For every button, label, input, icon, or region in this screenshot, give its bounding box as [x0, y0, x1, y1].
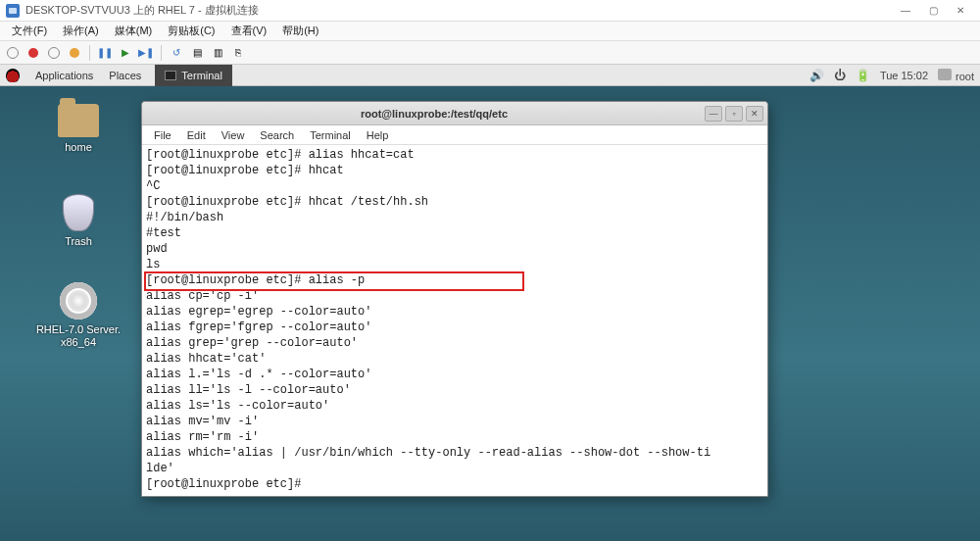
toolbar-ctrl-alt-del-icon[interactable]: [4, 44, 22, 62]
terminal-line: #test: [146, 225, 763, 241]
toolbar-shutdown-icon[interactable]: [45, 44, 63, 62]
terminal-line: lde': [146, 461, 763, 476]
gnome-applications[interactable]: Applications: [27, 70, 101, 81]
terminal-line: [root@linuxprobe etc]#: [146, 476, 763, 492]
terminal-body[interactable]: [root@linuxprobe etc]# alias hhcat=cat […: [142, 145, 767, 496]
trash-icon: [63, 194, 94, 231]
taskbar-terminal-label: Terminal: [181, 70, 222, 81]
terminal-line: alias which='alias | /usr/bin/which --tt…: [146, 445, 763, 461]
battery-icon[interactable]: 🔋: [856, 69, 870, 82]
vm-minimize-button[interactable]: —: [892, 3, 919, 19]
terminal-menu-search[interactable]: Search: [252, 127, 302, 143]
network-icon[interactable]: ⏻: [834, 69, 846, 82]
vm-menubar: 文件(F) 操作(A) 媒体(M) 剪贴板(C) 查看(V) 帮助(H): [0, 22, 980, 41]
terminal-line: pwd: [146, 241, 763, 257]
terminal-menu-file[interactable]: File: [146, 127, 179, 143]
gnome-top-bar: Applications Places Terminal 🔊 ⏻ 🔋 Tue 1…: [0, 65, 980, 86]
desktop[interactable]: home Trash RHEL-7.0 Server. x86_64 root@…: [0, 86, 980, 541]
toolbar-separator: [161, 45, 162, 61]
user-badge-icon: [938, 69, 952, 80]
vm-menu-view[interactable]: 查看(V): [223, 22, 275, 40]
toolbar-start-icon[interactable]: ▶: [117, 44, 134, 62]
terminal-window: root@linuxprobe:/test/qq/etc — ▫ ✕ File …: [141, 101, 768, 497]
terminal-menu-view[interactable]: View: [214, 127, 253, 143]
terminal-line: alias rm='rm -i': [146, 429, 763, 445]
terminal-close-button[interactable]: ✕: [746, 106, 763, 122]
vm-titlebar: DESKTOP-SVTVUU3 上的 RHEL 7 - 虚拟机连接 — ▢ ✕: [0, 0, 980, 22]
terminal-menu-help[interactable]: Help: [359, 127, 397, 143]
terminal-line: alias hhcat='cat': [146, 351, 763, 367]
toolbar-share-icon[interactable]: ⎘: [229, 44, 247, 62]
terminal-icon: [165, 71, 176, 80]
terminal-line: alias l.='ls -d .* --color=auto': [146, 367, 763, 382]
vm-menu-media[interactable]: 媒体(M): [107, 22, 161, 40]
gnome-places[interactable]: Places: [101, 70, 149, 81]
toolbar-checkpoint-icon[interactable]: ▶❚: [137, 44, 155, 62]
vm-menu-file[interactable]: 文件(F): [4, 22, 55, 40]
volume-icon[interactable]: 🔊: [809, 69, 824, 82]
cd-icon: [60, 282, 97, 320]
desktop-icon-home[interactable]: home: [29, 104, 127, 153]
terminal-line: ^C: [146, 178, 763, 194]
user-menu[interactable]: root: [938, 69, 974, 82]
terminal-line: #!/bin/bash: [146, 210, 763, 225]
desktop-icon-label: RHEL-7.0 Server. x86_64: [29, 323, 127, 348]
toolbar-export-icon[interactable]: ▥: [209, 44, 226, 62]
toolbar-separator: [89, 45, 90, 61]
vm-menu-action[interactable]: 操作(A): [55, 22, 107, 40]
terminal-line: alias egrep='egrep --color=auto': [146, 304, 763, 320]
toolbar-stop-icon[interactable]: [24, 44, 42, 62]
terminal-minimize-button[interactable]: —: [705, 106, 722, 122]
terminal-line: alias ls='ls --color=auto': [146, 398, 763, 414]
toolbar-pause-icon[interactable]: ❚❚: [96, 44, 114, 62]
redhat-logo-icon[interactable]: [6, 69, 20, 82]
terminal-menubar: File Edit View Search Terminal Help: [142, 125, 767, 145]
vm-maximize-button[interactable]: ▢: [919, 3, 947, 19]
terminal-title: root@linuxprobe:/test/qq/etc: [164, 108, 705, 120]
desktop-icon-trash[interactable]: Trash: [29, 194, 127, 247]
terminal-line: [root@linuxprobe etc]# alias -p: [146, 272, 763, 288]
terminal-maximize-button[interactable]: ▫: [725, 106, 743, 122]
folder-icon: [58, 104, 99, 137]
vm-close-button[interactable]: ✕: [947, 3, 974, 19]
toolbar-snapshot-icon[interactable]: ▤: [188, 44, 206, 62]
desktop-icon-label: Trash: [29, 235, 127, 247]
terminal-menu-terminal[interactable]: Terminal: [302, 127, 359, 143]
desktop-icon-cd[interactable]: RHEL-7.0 Server. x86_64: [29, 282, 127, 348]
taskbar-terminal[interactable]: Terminal: [155, 65, 232, 86]
terminal-line: ls: [146, 257, 763, 272]
terminal-line: [root@linuxprobe etc]# alias hhcat=cat: [146, 147, 763, 163]
clock[interactable]: Tue 15:02: [880, 70, 928, 81]
toolbar-save-icon[interactable]: [66, 44, 83, 62]
vm-menu-help[interactable]: 帮助(H): [274, 22, 326, 40]
terminal-line: alias fgrep='fgrep --color=auto': [146, 320, 763, 335]
vm-icon: [6, 4, 20, 18]
vm-toolbar: ❚❚ ▶ ▶❚ ↺ ▤ ▥ ⎘: [0, 41, 980, 65]
terminal-line: alias grep='grep --color=auto': [146, 335, 763, 351]
vm-title: DESKTOP-SVTVUU3 上的 RHEL 7 - 虚拟机连接: [25, 3, 259, 18]
terminal-line: [root@linuxprobe etc]# hhcat: [146, 163, 763, 178]
desktop-icon-label: home: [29, 141, 127, 153]
terminal-menu-edit[interactable]: Edit: [179, 127, 214, 143]
vm-menu-clipboard[interactable]: 剪贴板(C): [160, 22, 222, 40]
terminal-line: alias ll='ls -l --color=auto': [146, 382, 763, 398]
terminal-line: alias mv='mv -i': [146, 414, 763, 429]
toolbar-revert-icon[interactable]: ↺: [168, 44, 185, 62]
terminal-titlebar[interactable]: root@linuxprobe:/test/qq/etc — ▫ ✕: [142, 102, 767, 125]
terminal-line: alias cp='cp -i': [146, 288, 763, 304]
terminal-line: [root@linuxprobe etc]# hhcat /test/hh.sh: [146, 194, 763, 210]
